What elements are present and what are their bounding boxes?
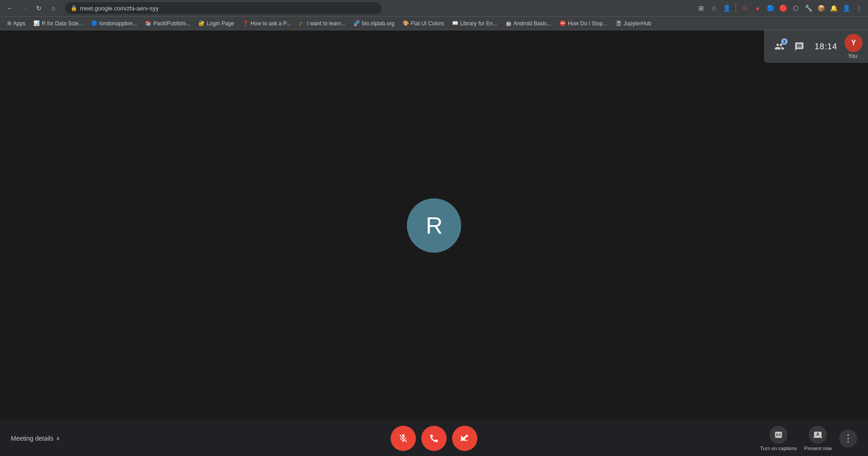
meet-bottom-bar: Meeting details ∧ — [0, 420, 868, 456]
chevron-up-icon: ∧ — [56, 435, 60, 442]
bookmark-london-label: londonappbre... — [99, 20, 137, 27]
toolbar-icons: ⊞ ☆ 👤 G ● 🔵 🔴 ⬡ 🔧 📦 🔔 👤 ⋮ — [696, 3, 864, 14]
participant-count: 2 — [781, 38, 788, 45]
participant-avatar: R — [407, 198, 461, 253]
participant-initial: R — [426, 212, 443, 239]
mute-button[interactable] — [391, 426, 416, 451]
present-icon-circle — [809, 426, 827, 444]
address-bar[interactable]: 🔒 meet.google.com/zfa-aerv-syy — [65, 2, 382, 14]
bookmark-howto-label: How to ask a P... — [250, 20, 291, 27]
bookmark-jupyter[interactable]: 📓 JupyterHub — [612, 19, 655, 28]
bookmark-bio[interactable]: 🧬 bio.nlplab.org — [350, 19, 398, 28]
bookmark-howdostop[interactable]: ⛔ How Do I Stop... — [556, 19, 611, 28]
red-icon-1[interactable]: ● — [752, 3, 763, 14]
bookmark-bio-label: bio.nlplab.org — [362, 20, 394, 27]
london-icon: 🔵 — [91, 20, 98, 26]
reload-button[interactable]: ↻ — [33, 2, 45, 14]
bookmark-jupyter-label: JupyterHub — [623, 20, 651, 27]
bookmark-apps-label: Apps — [13, 20, 25, 27]
home-button[interactable]: ⌂ — [47, 2, 60, 14]
browser-chrome: ← → ↻ ⌂ 🔒 meet.google.com/zfa-aerv-syy ⊞… — [0, 0, 868, 30]
apps-grid-icon: ⊞ — [7, 20, 11, 26]
user-area: Y You — [843, 34, 863, 59]
end-call-button[interactable] — [421, 426, 447, 451]
flatui-icon: 🎨 — [403, 20, 409, 26]
bookmark-android-label: Android Basic... — [514, 20, 552, 27]
timer: 18:14 — [809, 42, 843, 52]
stop-icon: ⛔ — [560, 20, 566, 26]
present-now-button[interactable]: Present now — [804, 426, 832, 451]
browser-toolbar: ← → ↻ ⌂ 🔒 meet.google.com/zfa-aerv-syy ⊞… — [0, 0, 868, 16]
packt-icon: 📚 — [145, 20, 151, 26]
meet-main: 2 18:14 Y You R — [0, 30, 868, 420]
howto-icon: ❓ — [242, 20, 249, 26]
user-avatar[interactable]: Y — [844, 34, 863, 52]
bookmarks-bar: ⊞ Apps 📊 R for Data Scie... 🔵 londonappb… — [0, 16, 868, 30]
bookmark-howto[interactable]: ❓ How to ask a P... — [239, 19, 294, 28]
controls-right: Turn on captions Present now ⋮ — [760, 426, 857, 451]
icon-7[interactable]: 🔔 — [828, 3, 839, 14]
bookmark-star-icon[interactable]: ☆ — [708, 3, 719, 14]
jupyter-icon: 📓 — [615, 20, 622, 26]
captions-icon-circle — [769, 426, 788, 444]
learn-icon: 🎓 — [299, 20, 305, 26]
icon-4[interactable]: ⬡ — [790, 3, 801, 14]
participants-button[interactable]: 2 — [769, 37, 789, 56]
bookmark-r-data-label: R for Data Scie... — [42, 20, 83, 27]
meeting-details-label: Meeting details — [11, 435, 53, 442]
bookmark-learn[interactable]: 🎓 I want to learn... — [295, 19, 349, 28]
more-options-icon: ⋮ — [843, 432, 853, 444]
bookmark-login-label: Login Page — [207, 20, 234, 27]
captions-button[interactable]: Turn on captions — [760, 426, 797, 451]
extensions-icon[interactable]: ⊞ — [696, 3, 707, 14]
android-icon: 🤖 — [505, 20, 512, 26]
profile-icon[interactable]: 👤 — [721, 3, 732, 14]
meet-top-bar: 2 18:14 Y You — [764, 30, 868, 63]
camera-button[interactable] — [452, 426, 477, 451]
forward-button[interactable]: → — [18, 2, 31, 14]
icon-3[interactable]: 🔴 — [778, 3, 788, 14]
user-label: You — [848, 53, 857, 59]
bookmark-packt-label: PacktPublishi... — [153, 20, 190, 27]
bookmark-library[interactable]: 📖 Library for En... — [448, 19, 501, 28]
icon-8[interactable]: 👤 — [841, 3, 852, 14]
lock-icon: 🔒 — [71, 5, 77, 11]
bookmark-login[interactable]: 🔐 Login Page — [195, 19, 238, 28]
present-label: Present now — [804, 446, 832, 451]
bookmark-learn-label: I want to learn... — [307, 20, 345, 27]
meet-area: 2 18:14 Y You R Meeting details ∧ — [0, 30, 868, 456]
login-icon: 🔐 — [198, 20, 205, 26]
more-options-button[interactable]: ⋮ — [839, 429, 857, 447]
user-initial: Y — [851, 39, 856, 47]
meeting-details-button[interactable]: Meeting details ∧ — [11, 435, 60, 442]
r-data-icon: 📊 — [33, 20, 40, 26]
bookmark-library-label: Library for En... — [460, 20, 497, 27]
controls-center — [391, 426, 477, 451]
captions-label: Turn on captions — [760, 446, 797, 451]
bio-icon: 🧬 — [354, 20, 360, 26]
icon-2[interactable]: 🔵 — [765, 3, 776, 14]
bookmark-android[interactable]: 🤖 Android Basic... — [502, 19, 555, 28]
toolbar-divider — [736, 4, 736, 13]
icon-5[interactable]: 🔧 — [803, 3, 814, 14]
bookmark-r-data[interactable]: 📊 R for Data Scie... — [30, 19, 86, 28]
chat-button[interactable] — [789, 37, 809, 56]
bookmark-flatui[interactable]: 🎨 Flat UI Colors — [399, 19, 448, 28]
bookmark-packt[interactable]: 📚 PacktPublishi... — [142, 19, 194, 28]
menu-button[interactable]: ⋮ — [854, 3, 864, 14]
back-button[interactable]: ← — [4, 2, 16, 14]
url-text: meet.google.com/zfa-aerv-syy — [80, 5, 376, 12]
google-apps-icon[interactable]: G — [740, 3, 750, 14]
bookmark-apps[interactable]: ⊞ Apps — [4, 19, 29, 28]
bookmark-flatui-label: Flat UI Colors — [411, 20, 444, 27]
icon-6[interactable]: 📦 — [816, 3, 826, 14]
bookmark-howdostop-label: How Do I Stop... — [568, 20, 607, 27]
bookmark-london[interactable]: 🔵 londonappbre... — [88, 19, 141, 28]
library-icon: 📖 — [452, 20, 458, 26]
